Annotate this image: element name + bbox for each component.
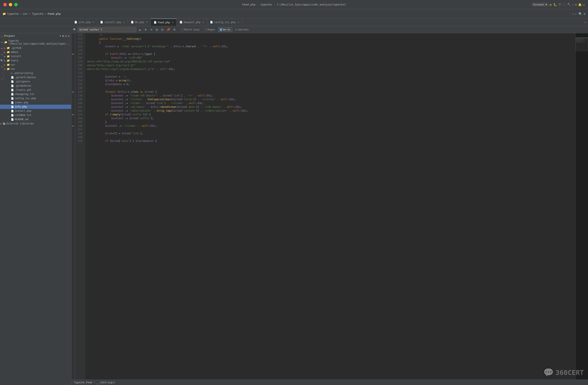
sidebar-item-changelog[interactable]: 📄 changelog.txt (0, 92, 71, 96)
nav-right-icon[interactable]: ▷ (575, 12, 577, 15)
debug-icon[interactable]: 🐛 (553, 3, 557, 6)
file-icon-installphp: 📄 (11, 110, 14, 113)
sidebar-item-index[interactable]: 📄 index.php (0, 100, 71, 105)
code-line-223: public function __toString() (87, 37, 586, 41)
maximize-button[interactable] (14, 3, 18, 6)
left-icon-2[interactable]: ⚙ (1, 41, 2, 44)
search-next-btn[interactable]: ▼ (144, 27, 148, 32)
tab-feed-php[interactable]: 📄 Feed.php ✕ (151, 19, 177, 26)
breadcrumb-typecho[interactable]: typecho (7, 12, 19, 15)
sidebar-item-github[interactable]: ▶ 📁 .github (0, 46, 71, 50)
tab-config-inc-php[interactable]: 📄 config.inc.php ✕ (207, 19, 242, 26)
sidebar-item-readme[interactable]: 📄 README.md (0, 117, 71, 121)
close-tab-info[interactable]: ✕ (93, 21, 94, 23)
left-icon-7[interactable]: ✕ (1, 71, 2, 74)
words-checkbox[interactable] (220, 28, 222, 31)
sidebar-header: ▼ Project + ⊞ ⚙ ⚙ (0, 33, 71, 39)
search-filter-btn[interactable]: ⊟ (160, 27, 165, 32)
match-case-checkbox[interactable] (181, 28, 184, 31)
sidebar-settings-icon[interactable]: ⚙ (65, 34, 67, 37)
code-line-234: $links = array(); (87, 79, 586, 82)
sidebar-label-github: .github (11, 46, 21, 49)
close-tab-install[interactable]: ✕ (123, 21, 125, 23)
line-num-228: 228 (75, 56, 84, 60)
close-tab-config[interactable]: ✕ (237, 21, 239, 23)
sidebar-item-usr[interactable]: ▶ 📁 usr (0, 63, 71, 67)
close-tab-request[interactable]: ✕ (202, 21, 204, 23)
match-case-option[interactable]: Match Case (180, 27, 201, 32)
sidebar-item-travis[interactable]: 📄 .travis.yml (0, 88, 71, 92)
tab-label-info: info.php (79, 21, 91, 24)
sidebar-gear-icon[interactable]: ⚙ (68, 34, 69, 37)
left-icon-8[interactable]: ? (1, 78, 2, 80)
close-tab-db[interactable]: ✕ (146, 21, 148, 23)
breadcrumb-var[interactable]: var (23, 12, 28, 15)
gutter-236 (71, 86, 75, 90)
build-icon[interactable]: 🔨 (567, 3, 571, 6)
gutter-234 (71, 79, 75, 82)
run-dropdown[interactable]: Unnamed ▼ (531, 3, 548, 6)
notifications-icon[interactable]: 🔔 (578, 3, 582, 6)
tab-db-php[interactable]: 📄 Db.php ✕ (128, 19, 151, 26)
coverage-icon[interactable]: ⬛ (562, 3, 566, 6)
sidebar-item-install-php[interactable]: 📄 install.php (0, 109, 71, 113)
line-num-239: 239 (75, 97, 84, 101)
code-editor: ▶ ▶ ▶ ▶ (71, 33, 588, 380)
nav-left-icon[interactable]: ◁ (572, 12, 573, 15)
sidebar-item-tools[interactable]: ▶ 📁 tools (0, 58, 71, 63)
tab-request-php[interactable]: 📄 Request.php ✕ (177, 19, 207, 26)
close-tab-feed[interactable]: ✕ (172, 21, 173, 24)
sidebar-item-info[interactable]: 📄 info.php (0, 105, 71, 109)
sidebar-layout-icon[interactable]: ⊞ (62, 34, 64, 37)
sidebar-item-gitmodules[interactable]: 📄 .gitmodules (0, 84, 71, 88)
search-pin-btn[interactable]: 📌 (166, 27, 171, 32)
git-icon[interactable]: ⑂ (572, 3, 574, 6)
breadcrumb-item[interactable]: 📁 (2, 12, 6, 15)
breadcrumb-method[interactable]: __toString() (97, 381, 115, 384)
gutter-243: ▶ (71, 113, 75, 116)
run-icon[interactable]: ▶ (550, 2, 552, 7)
refresh-icon[interactable]: ↺ (583, 3, 585, 6)
left-icon-4[interactable]: ⊙ (1, 53, 2, 56)
tab-install-php[interactable]: 📄 install.php ✕ (97, 19, 128, 26)
breadcrumb-class[interactable]: Typecho_Feed (74, 381, 92, 384)
search-global-icon[interactable]: 🔍 (579, 12, 582, 16)
sidebar-item-var[interactable]: ▼ 📁 var (0, 67, 71, 71)
left-icon-5[interactable]: 🔍 (0, 59, 3, 62)
left-icon-6[interactable]: ⚙ (1, 65, 2, 68)
sidebar-item-license[interactable]: 📄 LICENSE.txt (0, 113, 71, 117)
search-prev-btn[interactable]: ▲ (138, 27, 142, 32)
sidebar-item-gitignore[interactable]: 📄 .gitignore (0, 79, 71, 84)
line-num-231: 231 (75, 67, 84, 71)
left-icon-1[interactable]: ▷ (1, 35, 2, 38)
gear-settings-icon[interactable]: ⚙ (584, 12, 586, 16)
profile-icon[interactable]: ⏱ (558, 3, 561, 6)
sidebar-item-admin[interactable]: ▶ 📁 admin (0, 50, 71, 54)
close-search-x[interactable]: ✕ (582, 19, 588, 26)
breadcrumb-typecho2[interactable]: Typecho (32, 12, 43, 15)
sidebar-item-install[interactable]: ▶ 📁 install (0, 54, 71, 58)
scrollbar-vertical[interactable] (586, 33, 588, 380)
words-option[interactable]: Words (218, 27, 232, 32)
sidebar-item-gitattributes[interactable]: 📄 .gitattributes (0, 75, 71, 79)
sidebar-item-config[interactable]: 📄 config.inc.php (0, 96, 71, 100)
file-icon-install: 📄 (100, 21, 103, 23)
search-close-btn[interactable]: ✕ (149, 27, 153, 32)
breadcrumb-feed[interactable]: Feed.php (48, 12, 61, 15)
close-button[interactable] (3, 3, 7, 6)
sidebar-item-external[interactable]: ▶ 📚 External Libraries (0, 121, 71, 126)
editor-breadcrumb: Typecho_Feed › __toString() (71, 380, 588, 385)
tab-info-php[interactable]: 📄 info.php ✕ (71, 19, 97, 26)
search-settings-btn[interactable]: ⊞ (155, 27, 159, 32)
regex-option[interactable]: Regex (203, 27, 216, 32)
sidebar-item-typecho-root[interactable]: ▼ 📁 typecho ~/Resilio_Sync/apps/code_ana… (0, 39, 71, 46)
settings-icon[interactable]: ⚙ (575, 3, 577, 6)
minimize-button[interactable] (9, 3, 12, 6)
regex-checkbox[interactable] (204, 28, 207, 31)
code-content[interactable]: */ public function __toString() { $resul… (85, 33, 586, 380)
search-options-btn[interactable]: ⚙ (172, 27, 177, 32)
search-input[interactable] (78, 27, 136, 32)
left-icon-3[interactable]: ● (1, 47, 2, 50)
sidebar-item-editorconfig[interactable]: ⚙ .editorconfig (0, 71, 71, 75)
sidebar-add-icon[interactable]: + (60, 34, 61, 37)
